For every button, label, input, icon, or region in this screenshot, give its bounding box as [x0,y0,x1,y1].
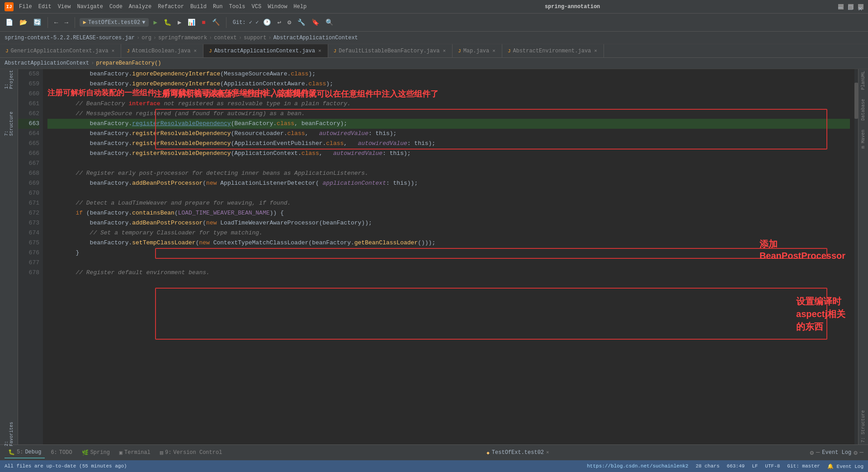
status-encoding: UTF-8 [765,463,780,469]
event-log-icon: 🔔 [827,464,834,469]
sidebar-database[interactable]: Database [861,99,866,121]
menu-file[interactable]: File [19,4,32,10]
tab-map[interactable]: J Map.java × [453,44,502,58]
event-log-gear[interactable]: ⚙ [810,449,814,457]
sidebar-planuml[interactable]: PlanUML [861,71,866,90]
debug-session-close[interactable]: × [546,450,549,455]
status-bar: All files are up-to-date (55 minutes ago… [0,460,868,472]
profile-button[interactable]: 📊 [186,18,197,27]
event-log-close2[interactable]: ─ [860,449,863,456]
run-config-dropdown-icon: ▼ [142,19,145,26]
tab-generic-close[interactable]: × [111,48,116,54]
code-line-673: beanFactory.addBeanPostProcessor(new Loa… [47,218,850,228]
menu-navigate[interactable]: Navigate [77,4,103,10]
menu-vcs[interactable]: VCS [252,4,262,10]
tab-vcs[interactable]: ▤ 9: Version Control [156,448,226,458]
tab-map-close[interactable]: × [491,48,496,54]
tab-generic-label: GenericApplicationContext.java [11,48,108,54]
tab-todo[interactable]: 6: TODO [47,448,75,458]
app-logo: IJ [5,2,14,11]
tab-abstract-close[interactable]: × [317,48,322,54]
back-button[interactable]: ← [52,18,60,27]
tab-abstract-env[interactable]: J AbstractEnvironment.java × [502,44,604,58]
menu-tools[interactable]: Tools [229,4,245,10]
code-line-671: // Detect a LoadTimeWeaver and prepare f… [47,198,850,208]
status-position: 663:49 [727,463,745,469]
coverage-button[interactable]: ▶ [176,18,183,27]
bookmark-button[interactable]: 🔖 [310,18,321,27]
tab-default-close[interactable]: × [442,48,447,54]
menu-window[interactable]: Window [268,4,287,10]
breadcrumb-sep: › [91,60,94,66]
sidebar-project[interactable]: 1: Project [2,73,16,86]
tab-abstract-env-label: AbstractEnvironment.java [513,48,591,54]
minimap-thumb[interactable] [854,83,858,119]
tab-spring[interactable]: 🌿 Spring [78,448,113,458]
sidebar-favorites[interactable]: 2: Favorites [2,427,16,441]
open-button[interactable]: 📂 [18,18,29,27]
linenum-675: 675 [18,238,39,248]
menu-help[interactable]: Help [293,4,307,10]
tab-terminal[interactable]: ▣ Terminal [116,448,154,458]
clock-button[interactable]: 🕐 [261,18,273,27]
todo-label: TODO [59,449,72,456]
sync-button[interactable]: 🔄 [32,18,43,27]
minimize-button[interactable]: ─ [838,4,844,9]
run-button[interactable]: ▶ [151,18,159,27]
undo-button[interactable]: ↩ [275,18,283,27]
tab-default[interactable]: J DefaultListableBeanFactory.java × [328,44,453,58]
menu-code[interactable]: Code [109,4,123,10]
menu-run[interactable]: Run [213,4,223,10]
tab-generic[interactable]: J GenericApplicationContext.java × [0,44,121,58]
code-line-667 [47,159,850,168]
menu-build[interactable]: Build [190,4,207,10]
bottom-tabs-bar: 🐛 5: Debug 6: TODO 🌿 Spring ▣ Terminal ▤… [0,444,868,460]
event-log-gear2[interactable]: ⚙ [854,449,857,457]
code-line-675: beanFactory.setTempClassLoader(new Conte… [47,238,850,248]
spring-icon: 🌿 [82,449,89,456]
menu-refactor[interactable]: Refactor [158,4,184,10]
sidebar-maven[interactable]: m Maven [861,130,866,149]
path-support: support [244,35,266,41]
code-line-672: if (beanFactory.containsBean(LOAD_TIME_W… [47,208,850,218]
tab-debug[interactable]: 🐛 5: Debug [5,447,45,458]
status-event-log[interactable]: 🔔 Event Log [827,463,863,469]
search-button[interactable]: 🔍 [324,18,335,27]
window-controls: ─ □ ✕ [838,4,863,9]
tab-atomic[interactable]: J AtomicBoolean.java × [121,44,203,58]
line-numbers: 658 659 660 661 662 663 664 665 666 667 … [18,69,43,444]
debug-label: Debug [25,449,41,455]
minimap[interactable] [854,69,858,444]
event-log-text: Event Log [837,464,863,469]
event-log-minimize[interactable]: ─ [816,449,820,456]
linenum-670: 670 [18,188,39,198]
tab-abstract-env-close[interactable]: × [593,48,598,54]
maximize-button[interactable]: □ [848,4,854,9]
cn-annotation-main: 注册可解析自动装配的一些组件，后面我们就可以在任意组件中注入这些组件了 [47,88,316,98]
run-configuration[interactable]: ▶ TestOfExt.test02 ▼ [80,18,149,27]
close-button[interactable]: ✕ [858,4,863,9]
git-status: Git: ✓ ✓ [233,19,259,26]
tab-atomic-close[interactable]: × [193,48,198,54]
sidebar-structure[interactable]: 7: Structure [861,410,866,443]
status-lf: LF [752,463,758,469]
titlebar: IJ File Edit View Navigate Code Analyze … [0,0,868,14]
toolbar-separator-2 [75,17,75,28]
new-file-button[interactable]: 📄 [4,18,15,27]
menu-edit[interactable]: Edit [38,4,52,10]
build-button[interactable]: 🔨 [210,18,222,27]
event-log-label[interactable]: Event Log [822,449,851,456]
settings-button[interactable]: ⚙ [286,18,293,27]
code-line-670 [47,188,850,198]
menu-analyze[interactable]: Analyze [129,4,151,10]
forward-button[interactable]: → [62,18,70,27]
code-line-676: } [47,248,850,258]
debug-button[interactable]: 🐛 [162,18,173,27]
sdk-button[interactable]: 🔧 [296,18,307,27]
stop-button[interactable]: ■ [200,18,207,27]
toolbar-separator-3 [226,17,226,28]
menu-view[interactable]: View [58,4,71,10]
sidebar-structure[interactable]: 7: Structure [2,117,16,131]
debug-session-icon: ◆ [486,450,490,456]
tab-abstract-app[interactable]: J AbstractApplicationContext.java × [203,44,328,58]
